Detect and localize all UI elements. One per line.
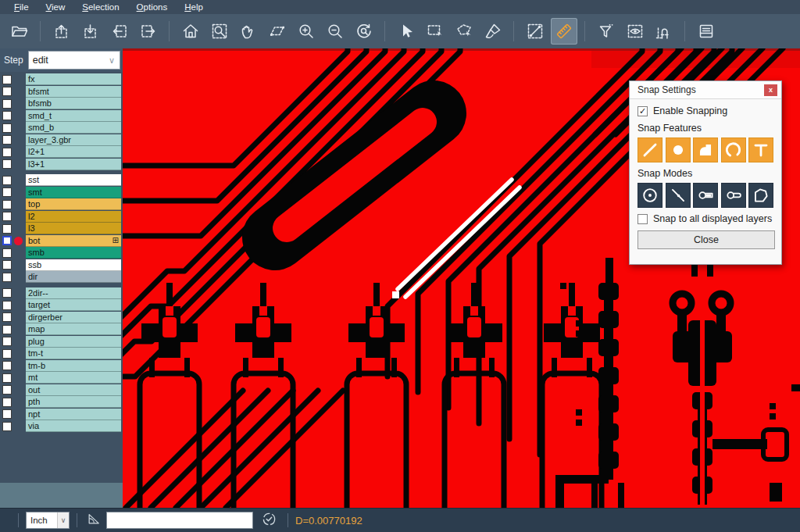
select-rectangle-icon[interactable] — [422, 18, 448, 45]
send-right-icon[interactable] — [135, 18, 162, 45]
layer-name-strip[interactable]: bfsmt — [26, 86, 121, 98]
layer-name-strip[interactable]: ssb — [26, 259, 121, 271]
layer-name-strip[interactable]: via — [26, 420, 121, 432]
layer-row-tm-t[interactable]: tm-t — [0, 348, 123, 360]
layer-visibility-checkbox[interactable] — [2, 187, 12, 197]
layer-visibility-checkbox[interactable] — [2, 301, 12, 310]
ruler-icon[interactable] — [551, 18, 577, 45]
close-icon[interactable]: x — [764, 84, 777, 96]
mode-center-icon[interactable] — [638, 183, 662, 208]
send-left-icon[interactable] — [106, 18, 133, 45]
layer-row-sst[interactable]: sst — [0, 174, 123, 187]
layer-name-strip[interactable]: smd_t — [26, 110, 121, 122]
menu-item-file[interactable]: File — [6, 2, 37, 12]
send-down-icon[interactable] — [77, 18, 104, 45]
layer-row-npt[interactable]: npt — [0, 409, 123, 421]
layer-visibility-checkbox[interactable] — [2, 224, 12, 234]
layer-name-strip[interactable]: pth — [26, 396, 121, 408]
enable-snapping-checkbox[interactable]: ✓ — [638, 106, 648, 116]
layer-row-via[interactable]: via — [0, 420, 123, 433]
layer-name-strip[interactable]: out — [26, 384, 121, 396]
layer-visibility-checkbox[interactable] — [2, 212, 12, 221]
close-button[interactable]: Close — [638, 230, 775, 249]
layer-name-strip[interactable]: layer_3.gbr — [26, 134, 121, 146]
layer-visibility-checkbox[interactable] — [2, 176, 12, 185]
measure-line-icon[interactable] — [522, 18, 548, 45]
layer-name-strip[interactable]: plug — [26, 336, 121, 348]
apply-check-icon[interactable] — [261, 511, 277, 530]
layer-row-smd_t[interactable]: smd_t — [0, 110, 123, 123]
open-folder-icon[interactable] — [6, 18, 33, 45]
menu-item-view[interactable]: View — [38, 2, 73, 12]
layer-name-strip[interactable]: 2dir-- — [26, 287, 121, 299]
layer-visibility-checkbox[interactable] — [2, 349, 12, 359]
snap-pad-icon[interactable] — [666, 137, 691, 162]
layer-visibility-checkbox[interactable] — [2, 148, 12, 157]
layer-name-strip[interactable]: map — [26, 323, 121, 335]
layer-name-strip[interactable]: smt — [26, 187, 121, 198]
layer-row-top[interactable]: top — [0, 198, 123, 211]
dialog-titlebar[interactable]: Snap Settings x — [630, 81, 781, 99]
zoom-window-icon[interactable] — [206, 18, 233, 45]
snap-magnet-icon[interactable] — [651, 18, 677, 45]
layer-row-dir[interactable]: dir — [0, 271, 123, 284]
menu-item-help[interactable]: Help — [177, 2, 211, 12]
command-input[interactable] — [106, 512, 253, 529]
layer-visibility-checkbox[interactable] — [2, 288, 12, 298]
layer-name-strip[interactable]: dirgerber — [26, 312, 121, 323]
menu-item-selection[interactable]: Selection — [74, 2, 127, 12]
layer-row-l3+1[interactable]: l3+1 — [0, 159, 123, 171]
select-arrow-icon[interactable] — [393, 18, 420, 45]
view-eye-icon[interactable] — [622, 18, 648, 45]
layer-visibility-checkbox[interactable] — [2, 87, 12, 96]
mode-pad-exit-icon[interactable] — [721, 183, 746, 208]
filter-icon[interactable] — [593, 18, 620, 45]
clean-brush-icon[interactable] — [480, 18, 506, 45]
layer-row-smb[interactable]: smb — [0, 247, 123, 259]
layer-visibility-checkbox[interactable] — [2, 373, 12, 383]
layer-row-bfsmb[interactable]: bfsmb — [0, 98, 123, 110]
layer-visibility-checkbox[interactable] — [2, 111, 12, 120]
layer-row-map[interactable]: map — [0, 323, 123, 336]
layer-visibility-checkbox[interactable] — [2, 312, 12, 322]
layer-row-plug[interactable]: plug — [0, 336, 123, 348]
select-polygon-icon[interactable] — [451, 18, 477, 45]
mode-closest-icon[interactable] — [666, 183, 691, 208]
send-up-icon[interactable] — [48, 18, 75, 45]
layer-row-fx[interactable]: fx — [0, 73, 123, 86]
layer-name-strip[interactable]: l2 — [26, 211, 121, 223]
layer-visibility-checkbox[interactable] — [2, 159, 12, 169]
layer-name-strip[interactable]: top — [26, 198, 121, 210]
layer-name-strip[interactable]: fx — [26, 73, 121, 85]
layer-row-pth[interactable]: pth — [0, 396, 123, 409]
home-view-icon[interactable] — [177, 18, 204, 45]
zoom-out-icon[interactable] — [322, 18, 348, 45]
layer-name-strip[interactable]: l3 — [26, 223, 121, 234]
zoom-previous-icon[interactable] — [351, 18, 377, 45]
layer-row-l3[interactable]: l3 — [0, 223, 123, 235]
snap-line-icon[interactable] — [638, 137, 662, 162]
layer-visibility-checkbox[interactable] — [2, 422, 12, 431]
layer-visibility-checkbox[interactable] — [2, 248, 12, 258]
layer-row-bot[interactable]: bot⊞ — [0, 235, 123, 248]
layer-name-strip[interactable]: smd_b — [26, 122, 121, 134]
report-icon[interactable] — [693, 18, 720, 45]
layer-name-strip[interactable]: smb — [26, 247, 121, 259]
layer-visibility-checkbox[interactable] — [2, 135, 12, 145]
layer-visibility-checkbox[interactable] — [2, 99, 12, 109]
layer-row-layer_3.gbr[interactable]: layer_3.gbr — [0, 134, 123, 147]
layer-row-smd_b[interactable]: smd_b — [0, 122, 123, 134]
layer-row-dirgerber[interactable]: dirgerber — [0, 312, 123, 324]
layer-row-2dir--[interactable]: 2dir-- — [0, 287, 123, 300]
layer-row-tm-b[interactable]: tm-b — [0, 360, 123, 373]
snap-arc-icon[interactable] — [721, 137, 746, 162]
snap-text-icon[interactable] — [748, 137, 773, 162]
layer-row-out[interactable]: out — [0, 384, 123, 397]
layer-name-strip[interactable]: mt — [26, 372, 121, 384]
layer-name-strip[interactable]: l3+1 — [26, 159, 121, 170]
layer-name-strip[interactable]: bfsmb — [26, 98, 121, 109]
mode-pad-entry-icon[interactable] — [693, 183, 718, 208]
layer-row-l2+1[interactable]: l2+1 — [0, 146, 123, 159]
zoom-area-icon[interactable] — [264, 18, 291, 45]
layer-row-l2[interactable]: l2 — [0, 211, 123, 223]
